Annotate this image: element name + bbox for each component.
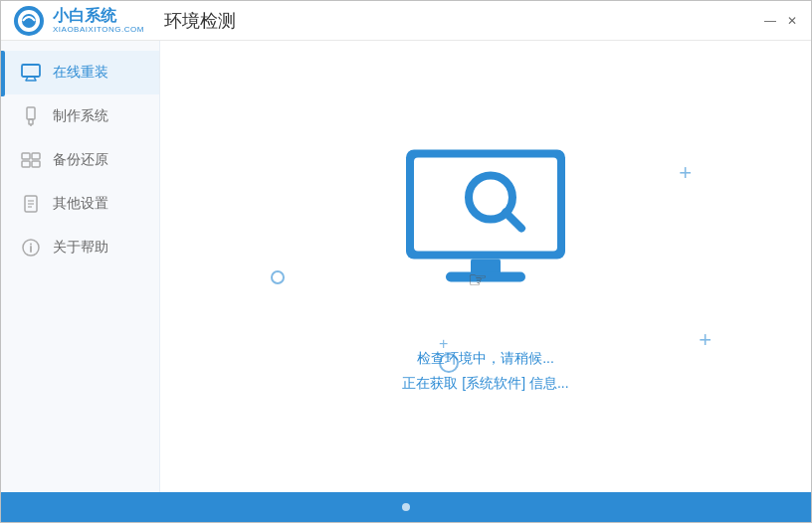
logo-text: 小白系统 XIAOBAIXITONG.COM [53, 7, 144, 34]
backup-icon [21, 150, 41, 170]
monitor-illustration: ☞ [386, 137, 585, 316]
usb-icon [21, 106, 41, 126]
monitor-icon [21, 63, 41, 83]
svg-point-21 [272, 271, 284, 283]
window-controls: — ✕ [763, 14, 799, 28]
svg-rect-7 [27, 107, 35, 119]
main-layout: 在线重装 制作系统 [1, 41, 811, 492]
sidebar-label-online-reinstall: 在线重装 [53, 64, 108, 82]
titlebar: 小白系统 XIAOBAIXITONG.COM 环境检测 — ✕ [1, 1, 811, 41]
sidebar-accent [1, 51, 5, 96]
logo-sub-text: XIAOBAIXITONG.COM [53, 25, 144, 34]
bottombar [1, 492, 811, 522]
deco-plus-1: + [679, 160, 692, 186]
status-line-1: 检查环境中，请稍候... [402, 346, 568, 371]
sidebar-label-about-help: 关于帮助 [53, 239, 108, 257]
svg-rect-13 [32, 161, 40, 167]
logo-icon [13, 5, 45, 37]
close-button[interactable]: ✕ [785, 14, 799, 28]
sidebar-item-make-system[interactable]: 制作系统 [1, 94, 159, 138]
sidebar-item-other-settings[interactable]: 其他设置 [1, 182, 159, 226]
svg-rect-8 [29, 119, 33, 124]
minimize-button[interactable]: — [763, 14, 777, 28]
svg-rect-23 [414, 157, 557, 251]
deco-plus-2: + [699, 327, 711, 353]
sidebar-label-other-settings: 其他设置 [53, 195, 108, 213]
page-title: 环境检测 [164, 9, 236, 33]
sidebar-item-backup-restore[interactable]: 备份还原 [1, 138, 159, 182]
deco-circle-1 [270, 269, 286, 289]
settings-icon [21, 194, 41, 214]
svg-rect-12 [22, 161, 30, 167]
sidebar: 在线重装 制作系统 [1, 41, 160, 492]
status-text: 检查环境中，请稍候... 正在获取 [系统软件] 信息... [402, 346, 568, 396]
svg-rect-3 [22, 65, 40, 77]
logo-main-text: 小白系统 [53, 7, 144, 25]
sidebar-label-backup-restore: 备份还原 [53, 151, 108, 169]
bottombar-dot [402, 503, 410, 511]
sidebar-item-about-help[interactable]: 关于帮助 [1, 226, 159, 269]
info-icon [21, 238, 41, 258]
sidebar-item-online-reinstall[interactable]: 在线重装 [1, 51, 159, 94]
svg-rect-11 [32, 153, 40, 159]
monitor-svg: ☞ [386, 137, 585, 316]
status-line-2: 正在获取 [系统软件] 信息... [402, 371, 568, 396]
svg-text:☞: ☞ [468, 266, 488, 291]
svg-rect-10 [22, 153, 30, 159]
content-area: + + + ☞ [160, 41, 811, 492]
sidebar-label-make-system: 制作系统 [53, 107, 108, 125]
app-window: 小白系统 XIAOBAIXITONG.COM 环境检测 — ✕ [0, 0, 812, 523]
svg-point-20 [30, 244, 32, 246]
logo: 小白系统 XIAOBAIXITONG.COM [13, 5, 144, 37]
